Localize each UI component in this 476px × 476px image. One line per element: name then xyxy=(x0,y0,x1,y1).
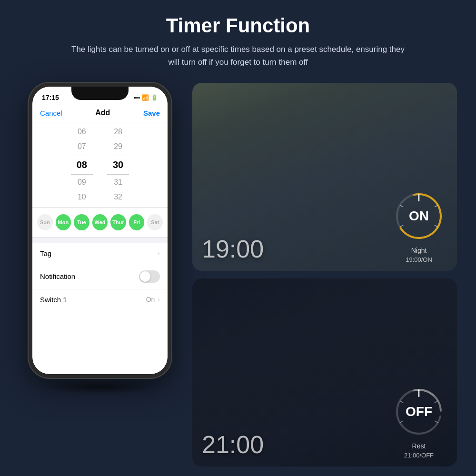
panel-on-info: ON Night 19:00/ON xyxy=(390,188,447,263)
minute-column[interactable]: 28 29 30 31 32 xyxy=(107,125,129,204)
status-icons: ▪▪▪ 📶 🔋 xyxy=(134,94,158,101)
toggle-knob xyxy=(140,271,150,282)
content-row: 17:15 ▪▪▪ 📶 🔋 Cancel Add Save xyxy=(19,83,457,466)
panel-on-state: ON xyxy=(409,208,429,224)
day-sun[interactable]: Sun xyxy=(37,214,53,230)
panel-off-scene: Rest xyxy=(412,442,426,450)
nav-cancel-button[interactable]: Cancel xyxy=(40,109,62,117)
tag-label: Tag xyxy=(40,249,51,258)
status-time: 17:15 xyxy=(42,94,59,101)
panels-column: 19:00 xyxy=(192,83,457,466)
day-sat[interactable]: Sat xyxy=(147,214,163,230)
day-mon[interactable]: Mon xyxy=(56,214,71,230)
notification-toggle[interactable] xyxy=(139,270,160,283)
hour-09: 09 xyxy=(78,176,86,189)
minute-28: 28 xyxy=(114,125,122,139)
dial-off: OFF xyxy=(390,383,447,440)
phone: 17:15 ▪▪▪ 📶 🔋 Cancel Add Save xyxy=(29,83,171,378)
on-panel: 19:00 xyxy=(192,83,457,271)
days-row[interactable]: Sun Mon Tue Wed Thur Fri Sat xyxy=(32,208,168,238)
panel-content-on: 19:00 xyxy=(192,180,457,271)
phone-shadow xyxy=(43,380,157,394)
tag-chevron-icon: › xyxy=(158,249,160,257)
signal-icon: ▪▪▪ xyxy=(134,94,140,101)
hour-06: 06 xyxy=(78,125,86,139)
page-title: Timer Function xyxy=(166,14,310,37)
hour-08-selected[interactable]: 08 xyxy=(71,155,93,175)
panel-on-schedule: 19:00/ON xyxy=(406,256,432,263)
nav-save-button[interactable]: Save xyxy=(143,109,160,117)
switch1-setting[interactable]: Switch 1 On › xyxy=(32,289,168,310)
settings-list: Tag › Notification Switch 1 xyxy=(32,243,168,375)
time-picker[interactable]: 06 07 08 09 10 28 29 30 31 32 xyxy=(32,122,168,207)
panel-on-scene: Night xyxy=(411,247,427,254)
dial-on: ON xyxy=(390,188,447,245)
panel-off-info: OFF Rest 21:00/OFF xyxy=(390,383,447,459)
panel-off-state: OFF xyxy=(406,404,432,419)
page-subtitle: The lights can be turned on or off at sp… xyxy=(67,43,409,69)
page-wrapper: Timer Function The lights can be turned … xyxy=(0,0,476,476)
panel-on-time: 19:00 xyxy=(202,235,390,263)
day-thur[interactable]: Thur xyxy=(110,214,126,230)
switch1-value: On xyxy=(146,296,155,303)
panel-off-time: 21:00 xyxy=(202,430,390,459)
tag-right: › xyxy=(158,249,160,257)
day-tue[interactable]: Tue xyxy=(74,214,89,230)
hour-07: 07 xyxy=(78,140,86,154)
phone-notch xyxy=(71,87,129,100)
phone-screen: 17:15 ▪▪▪ 📶 🔋 Cancel Add Save xyxy=(32,87,168,374)
notification-setting[interactable]: Notification xyxy=(32,264,168,289)
minute-29: 29 xyxy=(114,140,122,154)
nav-title: Add xyxy=(95,109,110,117)
minute-31: 31 xyxy=(114,176,122,189)
switch1-chevron-icon: › xyxy=(158,296,160,303)
dial-on-label-box: ON xyxy=(390,188,447,245)
panel-content-off: 21:00 xyxy=(192,376,457,466)
off-panel: 21:00 xyxy=(192,278,457,466)
minute-32: 32 xyxy=(114,190,122,204)
hour-column[interactable]: 06 07 08 09 10 xyxy=(71,125,93,204)
phone-container: 17:15 ▪▪▪ 📶 🔋 Cancel Add Save xyxy=(19,83,181,466)
notification-label: Notification xyxy=(40,272,75,280)
hour-10: 10 xyxy=(78,190,86,204)
tag-setting[interactable]: Tag › xyxy=(32,243,168,264)
panel-off-schedule: 21:00/OFF xyxy=(404,452,434,459)
switch1-label: Switch 1 xyxy=(40,296,67,304)
dial-off-label-box: OFF xyxy=(390,383,447,440)
minute-30-selected[interactable]: 30 xyxy=(107,155,129,175)
day-wed[interactable]: Wed xyxy=(92,214,108,230)
battery-icon: 🔋 xyxy=(151,94,158,101)
day-fri[interactable]: Fri xyxy=(129,214,145,230)
switch1-right: On › xyxy=(146,296,160,303)
nav-bar: Cancel Add Save xyxy=(32,106,168,122)
wifi-icon: 📶 xyxy=(142,94,149,101)
